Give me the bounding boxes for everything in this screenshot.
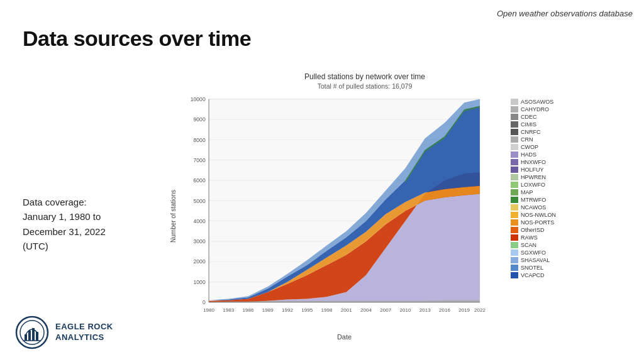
- legend-label: SCAN: [521, 242, 536, 248]
- logo-text: EAGLE ROCK ANALYTICS: [55, 322, 113, 343]
- svg-text:8000: 8000: [194, 137, 206, 143]
- legend-item: NOS-NWLON: [511, 212, 560, 218]
- legend-color-box: [511, 272, 518, 278]
- chart-svg: 0 1000 2000 3000 4000 5000 6000 7000 800…: [182, 92, 507, 329]
- legend-label: CDEC: [521, 114, 537, 120]
- svg-text:2004: 2004: [360, 307, 372, 313]
- legend-color-box: [511, 151, 518, 158]
- chart-title: Pulled stations by network over time: [170, 72, 560, 81]
- svg-text:1989: 1989: [262, 307, 274, 313]
- legend-label: MTRWFO: [521, 197, 546, 203]
- legend-color-box: [511, 144, 518, 150]
- legend-item: CDEC: [511, 114, 560, 120]
- chart-subtitle: Total # of pulled stations: 16,079: [170, 82, 560, 90]
- legend-label: CAHYDRO: [521, 106, 549, 112]
- legend-item: SHASAVAL: [511, 257, 560, 263]
- svg-text:7000: 7000: [194, 157, 206, 163]
- legend-color-box: [511, 159, 518, 165]
- legend-color-box: [511, 197, 518, 203]
- legend-label: CIMIS: [521, 121, 536, 128]
- legend-item: NOS-PORTS: [511, 219, 560, 226]
- legend-color-box: [511, 129, 518, 135]
- svg-text:1992: 1992: [282, 307, 293, 313]
- svg-text:1986: 1986: [243, 307, 254, 313]
- legend-label: ASOSAWOS: [521, 99, 553, 105]
- svg-text:2019: 2019: [458, 307, 470, 313]
- legend-label: CNRFC: [521, 129, 541, 135]
- data-coverage-text: Data coverage: January 1, 1980 to Decemb…: [23, 195, 106, 253]
- legend-color-box: [511, 189, 518, 195]
- legend-item: SNOTEL: [511, 265, 560, 271]
- svg-text:1983: 1983: [223, 307, 234, 313]
- legend-item: HOLFUY: [511, 167, 560, 173]
- top-right-label: Open weather observations database: [497, 9, 633, 18]
- legend-item: MAP: [511, 189, 560, 195]
- legend-label: HADS: [521, 151, 536, 158]
- legend-label: OtherISD: [521, 227, 545, 233]
- legend-item: MTRWFO: [511, 197, 560, 203]
- legend-label: HPWREN: [521, 174, 546, 180]
- svg-rect-3: [28, 331, 31, 341]
- legend-color-box: [511, 227, 518, 233]
- legend-label: CWOP: [521, 144, 538, 150]
- svg-text:1995: 1995: [301, 307, 313, 313]
- legend-label: SGXWFO: [521, 250, 546, 256]
- legend-color-box: [511, 219, 518, 226]
- legend-label: MAP: [521, 189, 533, 195]
- legend-label: SHASAVAL: [521, 257, 550, 263]
- legend-color-box: [511, 234, 518, 241]
- legend-item: ASOSAWOS: [511, 99, 560, 105]
- legend-color-box: [511, 136, 518, 143]
- svg-text:2013: 2013: [419, 307, 431, 313]
- legend-color-box: [511, 114, 518, 120]
- legend-label: NOS-NWLON: [521, 212, 556, 218]
- x-axis-label: Date: [182, 333, 507, 341]
- legend-item: CIMIS: [511, 121, 560, 128]
- legend-color-box: [511, 121, 518, 128]
- legend-label: SNOTEL: [521, 265, 543, 271]
- legend-color-box: [511, 250, 518, 256]
- svg-rect-2: [25, 334, 27, 341]
- svg-text:2000: 2000: [194, 258, 206, 265]
- svg-text:1998: 1998: [321, 307, 333, 313]
- legend-item: LOXWFO: [511, 182, 560, 188]
- svg-text:1000: 1000: [194, 279, 206, 285]
- legend-label: NCAWOS: [521, 204, 546, 211]
- legend-color-box: [511, 212, 518, 218]
- legend-item: HADS: [511, 151, 560, 158]
- svg-text:0: 0: [203, 299, 206, 305]
- legend-label: HNXWFO: [521, 159, 546, 165]
- legend-item: CRN: [511, 136, 560, 143]
- eagle-rock-logo-icon: [15, 315, 49, 349]
- legend-label: CRN: [521, 136, 533, 143]
- svg-text:2022: 2022: [474, 307, 486, 313]
- legend-item: OtherISD: [511, 227, 560, 233]
- page-title: Data sources over time: [23, 26, 251, 51]
- legend-color-box: [511, 99, 518, 105]
- svg-text:2010: 2010: [399, 307, 411, 313]
- legend-color-box: [511, 167, 518, 173]
- legend-color-box: [511, 265, 518, 271]
- chart-plot-area: 0 1000 2000 3000 4000 5000 6000 7000 800…: [182, 92, 507, 341]
- y-axis-label: Number of stations: [170, 92, 177, 341]
- legend-item: RAWS: [511, 234, 560, 241]
- legend-item: NCAWOS: [511, 204, 560, 211]
- svg-text:10000: 10000: [191, 96, 206, 102]
- legend-item: CAHYDRO: [511, 106, 560, 112]
- legend-item: CNRFC: [511, 129, 560, 135]
- legend-label: HOLFUY: [521, 167, 544, 173]
- svg-text:2007: 2007: [380, 307, 391, 313]
- legend-item: HPWREN: [511, 174, 560, 180]
- legend-color-box: [511, 242, 518, 248]
- svg-text:1980: 1980: [203, 307, 214, 313]
- svg-text:2001: 2001: [341, 307, 352, 313]
- legend-item: CWOP: [511, 144, 560, 150]
- legend-color-box: [511, 204, 518, 211]
- svg-text:4000: 4000: [194, 218, 206, 224]
- legend-color-box: [511, 182, 518, 188]
- legend-item: SGXWFO: [511, 250, 560, 256]
- logo-area: EAGLE ROCK ANALYTICS: [15, 315, 113, 349]
- chart-container: Pulled stations by network over time Tot…: [170, 72, 560, 336]
- legend-label: VCAPCD: [521, 272, 545, 278]
- legend-item: SCAN: [511, 242, 560, 248]
